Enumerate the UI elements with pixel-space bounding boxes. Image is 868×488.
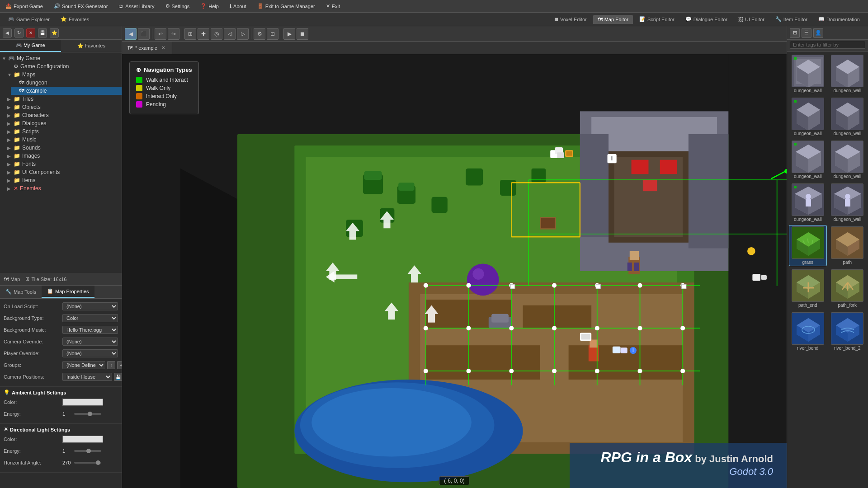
on-load-script-select[interactable]: (None) (62, 302, 118, 310)
tile-item-river-bend-2[interactable]: river_bend_2 (829, 311, 867, 352)
left-sidebar: ◀ ↻ ✕ 💾 ⭐ 🎮 My Game ⭐ Favorites ▼ 🎮 My G… (0, 26, 122, 488)
right-tool-list[interactable]: ☰ (802, 28, 811, 38)
sidebar-close-btn[interactable]: ✕ (26, 28, 35, 38)
camera-positions-select[interactable]: Inside House (62, 373, 112, 381)
tile-item-path-fork[interactable]: path_fork (829, 268, 867, 309)
dir-energy-controls: 1 (62, 448, 101, 454)
tab-voxel-editor[interactable]: ◼ Voxel Editor (550, 14, 591, 24)
map-viewport[interactable]: ⊕ Navigation Types Walk and Interact Wal… (122, 54, 787, 488)
tree-item-fonts[interactable]: ▶ 📁 Fonts (5, 160, 122, 168)
tool-crop[interactable]: ⊡ (267, 28, 278, 40)
sidebar-refresh-btn[interactable]: ↻ (14, 28, 24, 38)
menu-sound-fx[interactable]: 🔊 Sound FX Generator (52, 2, 110, 10)
tile-item-dungeon-wall-7[interactable]: dungeon_wall (789, 182, 827, 223)
tool-target[interactable]: ◎ (211, 28, 222, 40)
background-music-select[interactable]: Hello There.ogg (62, 326, 118, 334)
tab-map-tools[interactable]: 🔧 Map Tools (0, 286, 42, 298)
tab-dialogue-editor[interactable]: 💬 Dialogue Editor (681, 14, 732, 24)
camera-override-select[interactable]: (None) (62, 338, 118, 346)
file-tab-close[interactable]: ✕ (160, 45, 166, 51)
file-tab-example[interactable]: 🗺 * example ✕ (122, 42, 172, 54)
svg-rect-46 (491, 314, 509, 323)
tree-item-images[interactable]: ▶ 📁 Images (5, 152, 122, 160)
tool-settings[interactable]: ⚙ (254, 28, 265, 40)
tile-item-dungeon-wall-4[interactable]: dungeon_wall (829, 96, 867, 137)
tree-item-my-game[interactable]: ▼ 🎮 My Game (0, 54, 122, 62)
ambient-color-picker[interactable] (62, 399, 103, 406)
tile-item-dungeon-wall-8[interactable]: dungeon_wall (829, 182, 867, 223)
nav-legend-interact-only: Interact Only (136, 93, 192, 99)
tile-item-path-end[interactable]: path_end (789, 268, 827, 309)
tab-script-editor[interactable]: 📝 Script Editor (635, 14, 679, 24)
sidebar-save-btn[interactable]: 💾 (38, 28, 47, 38)
tool-add[interactable]: ✚ (198, 28, 209, 40)
tree-item-objects[interactable]: ▶ 📁 Objects (5, 103, 122, 111)
tree-item-music[interactable]: ▶ 📁 Music (5, 136, 122, 144)
tile-item-path[interactable]: path (829, 225, 867, 266)
tree-item-example[interactable]: 🗺 example (11, 87, 122, 95)
tool-select[interactable]: ◀ (125, 28, 137, 40)
sidebar-star-btn[interactable]: ⭐ (50, 28, 59, 38)
player-override-select[interactable]: (None) (62, 349, 118, 357)
tool-play[interactable]: ▶ (283, 28, 295, 40)
svg-rect-24 (364, 171, 382, 180)
tree-item-scripts[interactable]: ▶ 📁 Scripts (5, 127, 122, 136)
tree-item-maps[interactable]: ▼ 📁 Maps (5, 70, 122, 79)
right-tool-person[interactable]: 👤 (813, 28, 823, 38)
tag-filter-input[interactable] (790, 41, 865, 49)
tool-left[interactable]: ◁ (224, 28, 236, 40)
tree-item-ui-components[interactable]: ▶ 📁 UI Components (5, 168, 122, 176)
tile-item-grass[interactable]: grass (789, 225, 827, 266)
tile-item-dungeon-wall-1[interactable]: dungeon_wall (789, 53, 827, 94)
dir-color-picker[interactable] (62, 436, 103, 443)
tree-item-sounds[interactable]: ▶ 📁 Sounds (5, 144, 122, 152)
horizontal-angle-slider[interactable] (74, 462, 101, 464)
groups-arrow-up-btn[interactable]: ↑ (107, 361, 115, 369)
tab-item-editor[interactable]: 🔧 Item Editor (771, 14, 812, 24)
tab-map-properties[interactable]: 📋 Map Properties (42, 286, 94, 298)
tool-square[interactable]: ⬛ (138, 28, 150, 40)
tree-item-dungeon[interactable]: 🗺 dungeon (11, 79, 122, 87)
tile-item-river-bend[interactable]: river_bend (789, 311, 827, 352)
tool-undo[interactable]: ↩ (155, 28, 166, 40)
menu-exit-game-manager[interactable]: 🚪 Exit to Game Manager (255, 2, 317, 10)
menu-settings[interactable]: ⚙ Settings (164, 2, 192, 10)
tree-item-game-config[interactable]: ⚙ Game Configuration (5, 62, 122, 70)
tool-stop[interactable]: ⏹ (297, 28, 308, 40)
tile-item-dungeon-wall-6[interactable]: dungeon_wall (829, 139, 867, 180)
tab-ui-editor[interactable]: 🖼 UI Editor (734, 15, 769, 24)
tree-item-enemies[interactable]: ▶ ✕ Enemies (5, 184, 122, 192)
tree-item-characters[interactable]: ▶ 📁 Characters (5, 111, 122, 119)
menu-about[interactable]: ℹ About (228, 2, 248, 10)
tile-item-dungeon-wall-2[interactable]: dungeon_wall (829, 53, 867, 94)
menu-export-game[interactable]: 📤 Export Game (4, 2, 45, 10)
right-tool-grid[interactable]: ⊞ (790, 28, 800, 38)
menu-exit[interactable]: ✕ Exit (324, 2, 342, 10)
svg-point-76 (509, 326, 514, 330)
tile-item-dungeon-wall-3[interactable]: dungeon_wall (789, 96, 827, 137)
tab-favorites[interactable]: ⭐ Favorites (56, 14, 94, 24)
menu-help[interactable]: ❓ Help (198, 2, 221, 10)
sidebar-tab-favorites[interactable]: ⭐ Favorites (61, 40, 122, 52)
sidebar-back-btn[interactable]: ◀ (3, 28, 12, 38)
tree-item-tiles[interactable]: ▶ 📁 Tiles (5, 95, 122, 103)
tree-item-items[interactable]: ▶ 📁 Items (5, 176, 122, 184)
tab-documentation[interactable]: 📖 Documentation (814, 14, 864, 24)
svg-rect-12 (660, 160, 677, 174)
tool-right[interactable]: ▷ (237, 28, 249, 40)
tile-item-dungeon-wall-5[interactable]: dungeon_wall (789, 139, 827, 180)
sidebar-tab-my-game[interactable]: 🎮 My Game (0, 40, 61, 52)
tool-redo[interactable]: ↪ (168, 28, 179, 40)
camera-pos-save-btn[interactable]: 💾 (114, 373, 122, 381)
groups-add-btn[interactable]: + (117, 361, 122, 369)
tab-game-explorer[interactable]: 🎮 Game Explorer (4, 14, 54, 24)
ambient-energy-slider[interactable] (74, 413, 101, 415)
menu-asset-library[interactable]: 🗂 Asset Library (117, 3, 156, 10)
background-type-select[interactable]: Color (62, 314, 118, 322)
groups-select[interactable]: (None Defined) (62, 361, 105, 369)
tab-map-editor[interactable]: 🗺 Map Editor (593, 15, 633, 24)
tree-item-dialogues[interactable]: ▶ 📁 Dialogues (5, 119, 122, 127)
map-scene[interactable]: i i (122, 54, 787, 488)
tool-grid[interactable]: ⊞ (184, 28, 196, 40)
dir-energy-slider[interactable] (74, 450, 101, 452)
